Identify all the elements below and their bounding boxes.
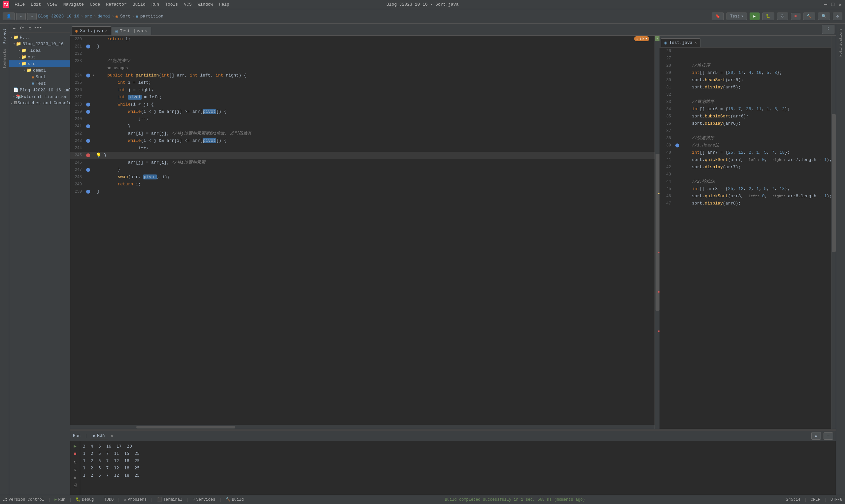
- build-button[interactable]: 🔨: [803, 13, 815, 20]
- menu-vcs[interactable]: VCS: [181, 1, 194, 7]
- sidebar-sync-btn[interactable]: ⟳: [18, 24, 26, 32]
- tree-item-test[interactable]: ▸ ◉ Test: [9, 80, 70, 87]
- tab-test-run[interactable]: ▶ Run: [90, 432, 108, 440]
- line-ending-status[interactable]: CRLF: [811, 498, 820, 502]
- run-scroll-top-btn[interactable]: ⇈: [72, 474, 78, 481]
- run-play-btn[interactable]: ▶: [72, 443, 78, 449]
- scrollbar-thumb-right: [832, 114, 836, 252]
- breadcrumb-src[interactable]: src: [85, 14, 92, 19]
- tree-item-demo1[interactable]: ▾ 📁 demo1: [9, 67, 70, 74]
- menu-build[interactable]: Build: [130, 1, 148, 7]
- project-tab[interactable]: Project: [2, 26, 7, 46]
- charset-status[interactable]: UTF-8: [830, 498, 842, 502]
- menu-edit[interactable]: Edit: [28, 1, 43, 7]
- run-config-selector[interactable]: Test ▾: [726, 13, 747, 20]
- services-status[interactable]: ⚡ Services: [192, 497, 215, 502]
- menu-help[interactable]: Help: [216, 1, 232, 7]
- v-scrollbar-left[interactable]: ✓: [655, 36, 659, 429]
- back-button[interactable]: ←: [16, 13, 26, 20]
- gutter-icon-250: [86, 190, 90, 194]
- profile-button[interactable]: 👤: [3, 13, 15, 20]
- problems-status[interactable]: ⚠ Problems: [124, 497, 147, 502]
- close-button[interactable]: ✕: [838, 2, 842, 7]
- code-line-r-46: 46 sort.quickSort(arr8, left: 0, right: …: [659, 193, 831, 200]
- tree-item-idea[interactable]: ▸ 📁 .idea: [9, 47, 70, 54]
- gutter-breakpoint-245: [86, 154, 90, 157]
- run-filter-btn[interactable]: ▽: [72, 466, 78, 473]
- tree-item-src[interactable]: ▾ 📁 src: [9, 60, 70, 67]
- breadcrumb-partition[interactable]: partition: [140, 14, 163, 19]
- line-num-243: 243: [70, 137, 85, 144]
- tab-test-close-right[interactable]: ✕: [694, 40, 697, 45]
- sidebar-filter-btn[interactable]: ⚙: [27, 24, 34, 32]
- debug-button[interactable]: 🐛: [762, 13, 774, 20]
- tab-test-close-left[interactable]: ✕: [145, 29, 147, 34]
- code-scroll-right[interactable]: 26 27 28 //堆排序: [659, 48, 831, 429]
- menu-window[interactable]: Window: [195, 1, 216, 7]
- window-title: Blog_J2023_10_16 - Sort.java: [387, 2, 458, 7]
- menu-run[interactable]: Run: [149, 1, 162, 7]
- gutter-238: [85, 103, 91, 107]
- terminal-status[interactable]: ⬛ Terminal: [157, 497, 182, 502]
- tree-item-sort[interactable]: ▸ ◉ Sort: [9, 74, 70, 80]
- tree-item-project[interactable]: ▾ 📁 P...: [9, 34, 70, 40]
- run-rerun-btn[interactable]: ↻: [72, 458, 78, 465]
- sidebar-settings-btn[interactable]: •••: [34, 24, 41, 32]
- test-close-btn[interactable]: ✕: [109, 433, 115, 439]
- maximize-button[interactable]: □: [830, 2, 835, 7]
- breadcrumb-sort[interactable]: Sort: [120, 14, 130, 19]
- status-sep-7: |: [219, 498, 222, 502]
- tab-test-java-left[interactable]: ◉ Test.java ✕: [111, 27, 151, 35]
- bookmarks-tab[interactable]: Bookmarks: [2, 47, 7, 70]
- bottom-settings-btn[interactable]: ⚙: [811, 432, 821, 440]
- run-button[interactable]: ▶: [750, 13, 759, 20]
- coverage-button[interactable]: 🛡: [777, 13, 788, 20]
- tree-item-ext-libs[interactable]: ▸ 📚 External Libraries: [9, 93, 70, 100]
- tree-item-out[interactable]: ▸ 📁 out: [9, 54, 70, 60]
- editor-menu-btn[interactable]: ⋮: [822, 25, 834, 34]
- code-text-r-47: sort.display(arr8);: [680, 200, 831, 207]
- build-status[interactable]: 🔨 Build: [226, 497, 244, 502]
- debug-status[interactable]: 🐛 Debug: [75, 497, 94, 502]
- code-line-r-31: 31 sort.display(arr5);: [659, 84, 831, 91]
- h-scrollbar-left[interactable]: [70, 425, 654, 429]
- tab-sort-java[interactable]: ◉ Sort.java ✕: [72, 26, 111, 35]
- menu-code[interactable]: Code: [87, 1, 103, 7]
- tree-item-iml[interactable]: ▸ 📄 Blog_J2023_10_16.iml: [9, 87, 70, 93]
- gutter-243: [85, 139, 91, 143]
- stop-button[interactable]: ■: [791, 13, 800, 20]
- terminal-label: Terminal: [163, 498, 182, 502]
- menu-file[interactable]: File: [12, 1, 28, 7]
- gutter-250: [85, 190, 91, 194]
- run-print-btn[interactable]: 🖨: [72, 482, 78, 489]
- iml-file-icon: 📄: [13, 87, 18, 93]
- forward-button[interactable]: →: [27, 13, 37, 20]
- tab-sort-close[interactable]: ✕: [105, 29, 108, 33]
- todo-status[interactable]: TODO: [104, 498, 114, 502]
- line-num-r-26: 26: [659, 48, 674, 55]
- notifications-tab[interactable]: Notifications: [838, 26, 843, 59]
- bookmark-button[interactable]: 🔖: [712, 13, 724, 20]
- gutter-239: [85, 110, 91, 114]
- code-text-246: arr[j] = arr[i]; //将i位置的元素: [96, 159, 654, 166]
- menu-tools[interactable]: Tools: [162, 1, 180, 7]
- search-button[interactable]: 🔍: [818, 13, 830, 20]
- git-status[interactable]: ⎇ Version Control: [3, 497, 44, 502]
- breadcrumb-project[interactable]: Blog_J2023_10_16: [38, 14, 79, 19]
- run-stop-btn[interactable]: ■: [72, 451, 78, 457]
- menu-view[interactable]: View: [44, 1, 60, 7]
- line-num-r-31: 31: [659, 84, 674, 91]
- code-scroll-left[interactable]: ⚠ 10 ▾ 230 return i;: [70, 36, 654, 425]
- sidebar-collapse-btn[interactable]: ≡: [11, 24, 18, 32]
- settings-button[interactable]: ⚙: [833, 13, 842, 20]
- minimize-button[interactable]: ─: [823, 2, 828, 7]
- tab-test-java-right[interactable]: ◉ Test.java ✕: [661, 38, 700, 47]
- menu-refactor[interactable]: Refactor: [103, 1, 129, 7]
- tree-item-scratches[interactable]: ▸ 🖥 Scratches and Consoles: [9, 100, 70, 106]
- breadcrumb-demo1[interactable]: demo1: [98, 14, 110, 19]
- menu-navigate[interactable]: Navigate: [61, 1, 87, 7]
- bottom-minimize-btn[interactable]: ─: [824, 432, 833, 440]
- v-scrollbar-right[interactable]: [831, 36, 836, 429]
- tree-item-blog[interactable]: ▾ 📁 Blog_J2023_10_16: [9, 40, 70, 47]
- run-status[interactable]: ▶ Run: [54, 497, 65, 502]
